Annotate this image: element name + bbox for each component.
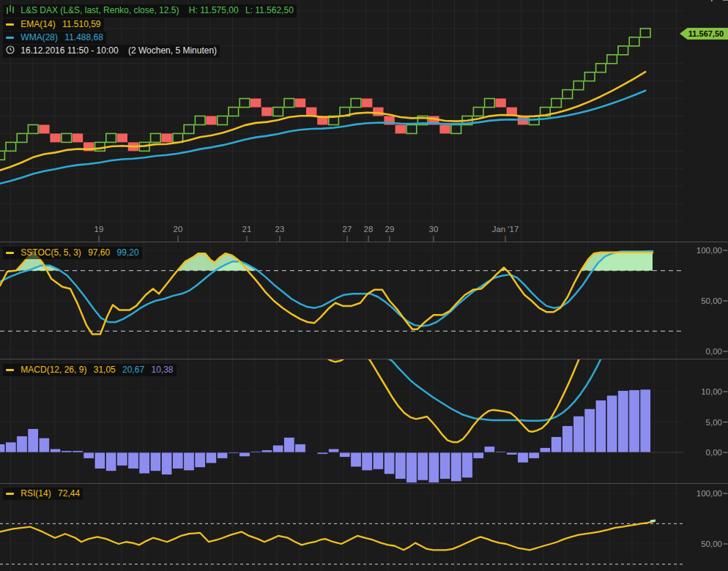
renko-up-brick — [239, 99, 250, 108]
sstoc-k-line — [0, 251, 653, 334]
macd-histogram-bar — [518, 452, 529, 463]
macd-axis-label: 0,00 — [706, 448, 722, 457]
renko-down-brick — [306, 108, 316, 116]
stochastic-legend: SSTOC(5, 5, 3) 97,60 99,20 — [3, 247, 142, 260]
macd-axis-label: 5,00 — [706, 418, 722, 427]
datetime-range: 16.12.2016 11:50 - 10:00 — [21, 45, 118, 56]
renko-up-brick — [551, 99, 562, 108]
macd-histogram-bar — [373, 452, 384, 469]
renko-up-brick — [451, 124, 461, 133]
renko-up-brick — [218, 116, 228, 125]
macd-histogram-bar — [295, 444, 306, 452]
renko-up-brick — [284, 99, 294, 108]
sstoc-axis-label: 50,00 — [701, 296, 722, 305]
renko-down-brick — [439, 124, 450, 133]
time-axis-label: 30 — [429, 225, 439, 234]
macd-histogram-bar — [28, 429, 39, 452]
high-value: H: 11.575,00 — [189, 5, 239, 15]
macd-histogram-bar — [495, 451, 506, 452]
macd-histogram-bar — [629, 390, 640, 452]
macd-histogram-bar — [562, 425, 573, 452]
renko-down-brick — [373, 108, 383, 116]
sstoc-d-line — [0, 251, 653, 326]
macd-histogram-bar — [584, 408, 595, 452]
renko-down-brick — [495, 99, 505, 108]
macd-histogram-bar — [173, 452, 184, 469]
macd-histogram-bar — [640, 389, 651, 452]
renko-up-brick — [229, 108, 239, 116]
macd-histogram-bar — [6, 442, 17, 452]
macd-histogram-bar — [128, 452, 139, 469]
rsi-panel-chart[interactable]: 100,0050,00 — [0, 484, 728, 571]
macd-histogram-bar — [540, 447, 551, 452]
sstoc-axis-label: 0,00 — [706, 347, 722, 356]
macd-histogram-bar — [428, 452, 439, 483]
macd-label: MACD(12, 26, 9) — [21, 365, 86, 375]
renko-up-brick — [629, 37, 639, 46]
renko-down-brick — [39, 124, 49, 133]
renko-down-brick — [250, 99, 261, 108]
renko-up-brick — [62, 133, 72, 142]
rsi-legend: RSI(14) 72,44 — [3, 488, 83, 501]
renko-down-brick — [295, 99, 305, 108]
macd-histogram-bar — [250, 451, 261, 452]
macd-histogram-bar — [150, 452, 161, 471]
renko-up-brick — [573, 81, 584, 90]
renko-up-brick — [195, 116, 205, 125]
macd-histogram-bar — [340, 452, 351, 458]
macd-histogram-bar — [451, 452, 462, 482]
rsi-axis-label: 100,00 — [697, 489, 722, 498]
wma-value: 11.488,68 — [64, 32, 103, 42]
time-axis-label: 21 — [242, 225, 252, 234]
rsi-legend-dash-icon — [6, 493, 14, 495]
macd-histogram-bar — [0, 444, 5, 452]
macd-histogram-bar — [618, 390, 629, 452]
macd-histogram-bar — [83, 452, 94, 458]
macd-histogram-bar — [229, 452, 239, 454]
macd-axis-label: 10,00 — [701, 387, 722, 396]
macd-histogram-bar — [439, 452, 450, 479]
rsi-last-value-marker — [650, 520, 655, 521]
wma-label: WMA(28) — [21, 32, 58, 42]
macd-histogram-bar — [284, 437, 295, 452]
clock-icon — [6, 45, 15, 57]
macd-histogram-bar — [417, 452, 428, 480]
instrument-icon — [6, 5, 15, 17]
rsi-value: 72,44 — [58, 488, 80, 499]
renko-up-brick — [406, 124, 417, 133]
stochastic-panel-chart[interactable]: 100,0050,000,00 — [0, 242, 728, 359]
sstoc-k-value: 97,60 — [88, 247, 110, 258]
macd-histogram-bar — [239, 452, 250, 457]
current-price-badge: 11.567,50 — [680, 28, 728, 40]
instrument-title: L&S DAX (L&S, last, Renko, close, 12.5) — [21, 5, 179, 15]
renko-up-brick — [473, 108, 483, 116]
time-axis-label: 20 — [174, 225, 183, 234]
macd-histogram-bar — [73, 451, 83, 452]
macd-histogram-bar — [551, 436, 562, 452]
macd-histogram-bar — [117, 452, 128, 466]
rsi-line — [0, 521, 654, 550]
macd-histogram-bar — [606, 395, 617, 452]
macd-histogram-bar — [462, 452, 473, 478]
macd-histogram-bar — [195, 452, 206, 468]
macd-histogram-bar — [384, 452, 395, 474]
macd-panel-chart[interactable]: 10,005,000,00 — [0, 359, 728, 484]
renko-up-brick — [184, 124, 194, 133]
macd-histogram-bar — [94, 452, 105, 469]
renko-down-brick — [261, 108, 272, 116]
time-axis-label: 28 — [364, 225, 374, 234]
macd-line-value: 31,05 — [94, 365, 116, 375]
renko-up-brick — [273, 108, 283, 116]
macd-legend-dash-icon — [6, 369, 14, 371]
macd-histogram-bar — [351, 452, 362, 467]
time-axis-label: 27 — [343, 225, 352, 234]
macd-histogram-bar — [473, 452, 484, 458]
macd-histogram-bar — [39, 438, 50, 452]
renko-up-brick — [584, 72, 595, 81]
macd-histogram — [0, 389, 651, 483]
ema-label: EMA(14) — [21, 19, 55, 29]
macd-histogram-bar — [507, 452, 518, 455]
renko-down-brick — [206, 116, 216, 125]
macd-histogram-bar — [484, 447, 495, 452]
renko-down-brick — [117, 133, 127, 142]
